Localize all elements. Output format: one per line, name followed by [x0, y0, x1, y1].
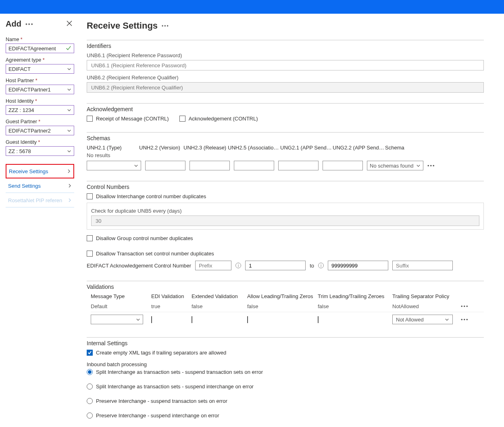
val-col-ext: Extended Validation [192, 293, 247, 299]
chevron-down-icon [67, 108, 71, 112]
validation-row-default: Default true false false false NotAllowe… [91, 301, 484, 312]
schema-col-schema: Schema [385, 145, 442, 151]
validation-ext-checkbox[interactable] [192, 316, 192, 323]
unb62-input[interactable] [87, 82, 484, 93]
validation-policy-select[interactable]: Not Allowed [392, 315, 453, 324]
unb61-label: UNB6.1 (Recipient Reference Password) [87, 52, 484, 58]
schema-col-version: UNH2.2 (Version) [139, 145, 183, 151]
internal-heading: Internal Settings [87, 340, 484, 346]
schema-col-sender: UNG2.2 (APP Sender… [333, 145, 385, 151]
schema-version-input[interactable] [145, 161, 185, 170]
chevron-down-icon [67, 129, 71, 133]
control-numbers-section: Control Numbers Disallow Interchange con… [87, 181, 484, 270]
to-label: to [310, 263, 314, 269]
guest-identity-label: Guest Identity * [6, 139, 74, 145]
host-identity-label: Host Identity * [6, 98, 74, 104]
host-identity-select[interactable]: ZZZ : 1234 [6, 105, 74, 115]
guest-identity-select[interactable]: ZZ : 5678 [6, 146, 74, 156]
validation-msgtype-select[interactable] [91, 315, 143, 324]
validation-row-more-icon[interactable]: ••• [461, 303, 469, 309]
check-icon [66, 45, 71, 52]
more-icon[interactable]: ••• [162, 23, 169, 29]
validation-allow-checkbox[interactable] [247, 316, 248, 323]
schema-select[interactable]: No schemas found [367, 161, 423, 170]
validation-row-new: Not Allowed ••• [91, 312, 484, 327]
batch-opt4-radio[interactable]: Preserve Interchange - suspend interchan… [87, 412, 484, 419]
schema-association-input[interactable] [234, 161, 274, 170]
batch-opt3-radio[interactable]: Preserve Interchange - suspend transacto… [87, 398, 484, 404]
val-col-msgtype: Message Type [91, 293, 151, 299]
val-col-policy: Trailing Separator Policy [392, 293, 461, 299]
schema-sender-id-input[interactable] [278, 161, 319, 170]
val-col-edi: EDI Validation [151, 293, 192, 299]
nav-rosettanet[interactable]: RosettaNet PIP referen [6, 193, 74, 207]
disallow-transaction-checkbox[interactable]: Disallow Transaction set control number … [87, 251, 484, 257]
agreement-type-select[interactable]: EDIFACT [6, 64, 74, 74]
batch-opt2-radio[interactable]: Split Interchange as transaction sets - … [87, 383, 484, 390]
nav-receive-settings[interactable]: Receive Settings [6, 164, 74, 178]
schemas-section: Schemas UNH2.1 (Type) UNH2.2 (Version) U… [87, 132, 484, 170]
schema-sender-input[interactable] [323, 161, 363, 170]
guest-partner-label: Guest Partner * [6, 119, 74, 124]
page-title: Receive Settings [87, 21, 158, 31]
unb61-input[interactable] [87, 60, 484, 70]
ack-from-input[interactable] [245, 261, 306, 270]
chevron-right-icon [68, 197, 72, 203]
schema-col-type: UNH2.1 (Type) [87, 145, 139, 151]
chevron-right-icon [68, 183, 72, 189]
schemas-no-results: No results [87, 152, 484, 158]
agreement-type-label: Agreement type * [6, 57, 74, 63]
schema-col-release: UNH2.3 (Release) [183, 145, 228, 151]
disallow-group-checkbox[interactable]: Disallow Group control number duplicates [87, 235, 484, 241]
validation-edi-checkbox[interactable] [151, 316, 152, 323]
create-empty-xml-checkbox[interactable]: Create empty XML tags if trailing separa… [87, 350, 484, 356]
app-topbar [0, 0, 504, 14]
receive-settings-panel: Receive Settings ••• Identifiers UNB6.1 … [80, 14, 504, 427]
ack-control-label: EDIFACT Acknowledgement Control Number [87, 263, 191, 269]
schema-col-association: UNH2.5 (Association … [228, 145, 280, 151]
validations-section: Validations Message Type EDI Validation … [87, 281, 484, 327]
chevron-down-icon [67, 67, 71, 71]
close-icon[interactable] [66, 20, 74, 28]
host-partner-label: Host Partner * [6, 78, 74, 83]
info-icon[interactable]: i [235, 263, 241, 268]
name-input[interactable]: EDIFACTAgreement [6, 44, 74, 53]
acknowledgement-section: Acknowledgement Receipt of Message (CONT… [87, 103, 484, 122]
ack-to-input[interactable] [328, 261, 388, 270]
unb62-label: UNB6.2 (Recipient Reference Qualifier) [87, 75, 484, 81]
more-icon[interactable]: ••• [25, 21, 34, 27]
check-duplicate-input [91, 216, 479, 226]
validations-heading: Validations [87, 284, 484, 290]
val-col-trim: Trim Leading/Trailing Zeroes [318, 293, 392, 299]
guest-partner-select[interactable]: EDIFACTPartner2 [6, 126, 74, 135]
acknowledgement-checkbox[interactable]: Acknowledgement (CONTRL) [179, 116, 258, 122]
val-col-allow: Allow Leading/Trailing Zeros [247, 293, 318, 299]
name-label: Name * [6, 37, 74, 42]
schema-release-input[interactable] [190, 161, 230, 170]
add-panel: Add ••• Name * EDIFACTAgreement Agreemen… [0, 14, 80, 427]
chevron-down-icon [67, 149, 71, 153]
nav-send-settings[interactable]: Send Settings [6, 178, 74, 193]
schema-type-select[interactable] [87, 161, 141, 170]
disallow-interchange-checkbox[interactable]: Disallow Interchange control number dupl… [87, 193, 484, 199]
info-icon[interactable]: i [318, 263, 324, 268]
validation-trim-checkbox[interactable] [318, 316, 319, 323]
chevron-down-icon [67, 87, 71, 92]
identifiers-section: Identifiers UNB6.1 (Recipient Reference … [87, 40, 484, 93]
check-duplicate-label: Check for duplicate UNB5 every (days) [91, 208, 479, 214]
ack-suffix-input[interactable] [392, 261, 453, 270]
control-numbers-heading: Control Numbers [87, 184, 484, 190]
host-partner-select[interactable]: EDIFACTPartner1 [6, 85, 74, 94]
ack-heading: Acknowledgement [87, 106, 484, 112]
batch-processing-label: Inbound batch processing [87, 361, 484, 367]
internal-settings-section: Internal Settings Create empty XML tags … [87, 337, 484, 419]
chevron-right-icon [67, 168, 71, 174]
schema-row-more-icon[interactable]: ••• [427, 163, 435, 169]
add-title: Add [6, 19, 21, 29]
validation-row-more-icon[interactable]: ••• [461, 317, 469, 323]
ack-prefix-input[interactable] [195, 261, 231, 270]
receipt-of-message-checkbox[interactable]: Receipt of Message (CONTRL) [87, 116, 169, 122]
batch-opt1-radio[interactable]: Split Interchange as transaction sets - … [87, 369, 484, 375]
check-duplicate-box: Check for duplicate UNB5 every (days) [87, 203, 484, 230]
identifiers-heading: Identifiers [87, 43, 484, 49]
